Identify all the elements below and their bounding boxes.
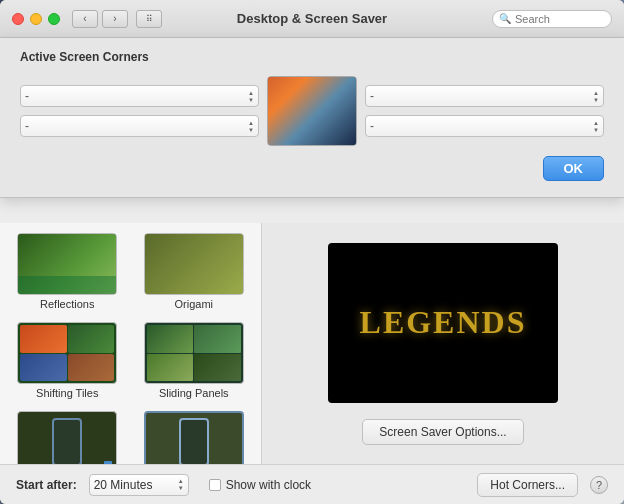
tile-piece bbox=[68, 354, 115, 382]
select-arrow-icon bbox=[593, 120, 599, 133]
panel-piece bbox=[194, 325, 241, 353]
panel-piece bbox=[194, 354, 241, 382]
search-bar[interactable]: 🔍 bbox=[492, 10, 612, 28]
panel-piece bbox=[147, 354, 194, 382]
tile-piece bbox=[68, 325, 115, 353]
back-button[interactable]: ‹ bbox=[72, 10, 98, 28]
panel-piece bbox=[147, 325, 194, 353]
list-item[interactable]: Origami bbox=[135, 231, 254, 312]
corners-left: - - bbox=[20, 85, 259, 137]
legends-logo-text: LEGENDS bbox=[360, 304, 527, 341]
screensaver-thumbnail bbox=[144, 322, 244, 384]
screensaver-thumbnail bbox=[144, 411, 244, 464]
bottom-left-corner-select[interactable]: - bbox=[20, 115, 259, 137]
show-clock-row: Show with clock bbox=[209, 478, 311, 492]
list-item[interactable]: Holiday Mobile bbox=[135, 409, 254, 464]
screensaver-thumbnail bbox=[17, 233, 117, 295]
screensaver-label: Reflections bbox=[40, 298, 94, 310]
bottom-right-corner-select[interactable]: - bbox=[365, 115, 604, 137]
corners-title: Active Screen Corners bbox=[20, 50, 604, 64]
corners-right: - - bbox=[365, 85, 604, 137]
title-bar: ‹ › ⠿ Desktop & Screen Saver 🔍 bbox=[0, 0, 624, 38]
start-after-value: 20 Minutes bbox=[94, 478, 153, 492]
corners-ok-row: OK bbox=[20, 156, 604, 181]
list-item[interactable]: Shifting Tiles bbox=[8, 320, 127, 401]
window-title: Desktop & Screen Saver bbox=[237, 11, 387, 26]
screensaver-grid: Reflections Origami bbox=[8, 231, 253, 464]
tile-piece bbox=[20, 325, 67, 353]
start-after-label: Start after: bbox=[16, 478, 77, 492]
main-content: Reflections Origami bbox=[0, 223, 624, 464]
top-right-corner-select[interactable]: - bbox=[365, 85, 604, 107]
thumb-image bbox=[145, 234, 243, 294]
corners-layout: - - - - bbox=[20, 76, 604, 146]
corners-overlay: Active Screen Corners - - - - bbox=[0, 38, 624, 198]
search-icon: 🔍 bbox=[499, 13, 511, 24]
select-arrow-icon bbox=[248, 90, 254, 103]
screensaver-thumbnail bbox=[17, 411, 117, 464]
thumb-accent bbox=[104, 461, 112, 464]
preview-image: LEGENDS bbox=[328, 243, 558, 403]
show-clock-checkbox[interactable] bbox=[209, 479, 221, 491]
select-arrow-icon bbox=[178, 478, 184, 491]
phone-shape bbox=[52, 418, 82, 464]
list-item[interactable]: Reflections bbox=[8, 231, 127, 312]
forward-button[interactable]: › bbox=[102, 10, 128, 28]
close-button[interactable] bbox=[12, 13, 24, 25]
phone-shape bbox=[179, 418, 209, 464]
screensaver-label: Origami bbox=[174, 298, 213, 310]
help-button[interactable]: ? bbox=[590, 476, 608, 494]
preview-content: LEGENDS bbox=[360, 304, 527, 341]
minimize-button[interactable] bbox=[30, 13, 42, 25]
screensaver-label: Sliding Panels bbox=[159, 387, 229, 399]
tile-piece bbox=[20, 354, 67, 382]
bottom-bar: Start after: 20 Minutes Show with clock … bbox=[0, 464, 624, 504]
corners-preview-image bbox=[267, 76, 357, 146]
traffic-lights bbox=[12, 13, 60, 25]
hot-corners-button[interactable]: Hot Corners... bbox=[477, 473, 578, 497]
list-item[interactable]: Photo Mobile bbox=[8, 409, 127, 464]
screensaver-preview: LEGENDS Screen Saver Options... bbox=[262, 223, 624, 464]
select-arrow-icon bbox=[593, 90, 599, 103]
screen-saver-options-button[interactable]: Screen Saver Options... bbox=[362, 419, 523, 445]
grid-view-button[interactable]: ⠿ bbox=[136, 10, 162, 28]
list-item[interactable]: Sliding Panels bbox=[135, 320, 254, 401]
screensaver-thumbnail bbox=[144, 233, 244, 295]
start-after-select[interactable]: 20 Minutes bbox=[89, 474, 189, 496]
search-input[interactable] bbox=[515, 13, 605, 25]
screensaver-thumbnail bbox=[17, 322, 117, 384]
show-clock-label: Show with clock bbox=[226, 478, 311, 492]
ok-button[interactable]: OK bbox=[543, 156, 605, 181]
screensaver-label: Shifting Tiles bbox=[36, 387, 98, 399]
screensaver-list: Reflections Origami bbox=[0, 223, 262, 464]
maximize-button[interactable] bbox=[48, 13, 60, 25]
top-left-corner-select[interactable]: - bbox=[20, 85, 259, 107]
preference-window: ‹ › ⠿ Desktop & Screen Saver 🔍 Active Sc… bbox=[0, 0, 624, 504]
nav-buttons: ‹ › bbox=[72, 10, 128, 28]
thumb-image bbox=[18, 234, 116, 294]
select-arrow-icon bbox=[248, 120, 254, 133]
